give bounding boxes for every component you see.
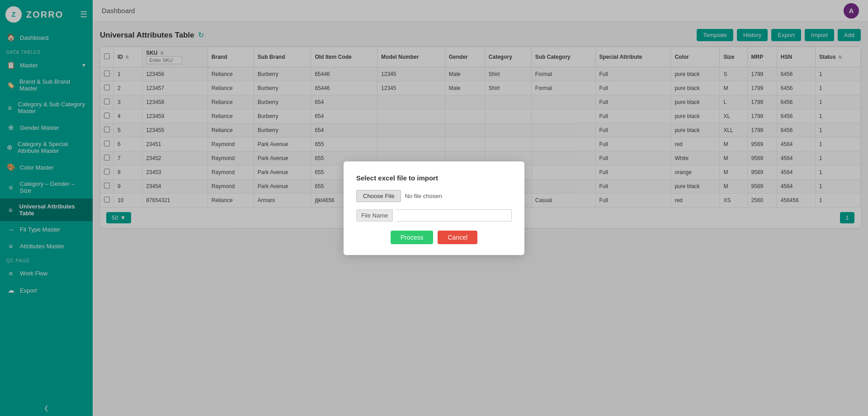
- modal-title: Select excel file to import: [356, 174, 512, 182]
- modal-overlay: Select excel file to import Choose File …: [0, 0, 868, 416]
- choose-file-button[interactable]: Choose File: [356, 190, 401, 202]
- file-name-row: File Name: [356, 209, 512, 222]
- no-file-text: No file chosen: [405, 193, 442, 199]
- modal-buttons: Process Cancel: [356, 231, 512, 244]
- file-name-input[interactable]: [396, 209, 512, 222]
- file-name-label: File Name: [356, 209, 393, 222]
- cancel-button[interactable]: Cancel: [438, 231, 477, 244]
- import-modal: Select excel file to import Choose File …: [344, 161, 524, 255]
- file-choose-row: Choose File No file chosen: [356, 190, 512, 202]
- process-button[interactable]: Process: [391, 231, 434, 244]
